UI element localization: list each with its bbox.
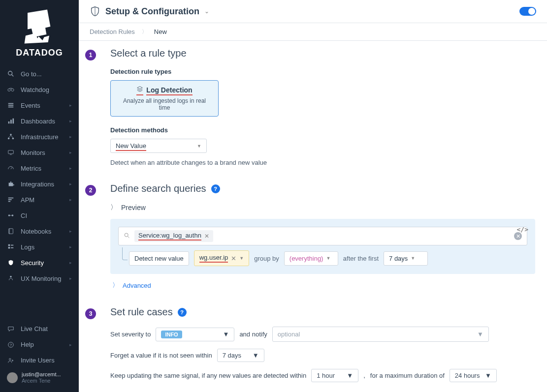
help-icon[interactable]: ? <box>211 184 220 193</box>
monitor-icon <box>7 149 15 156</box>
nav-security[interactable]: Security▸ <box>0 255 79 271</box>
nav-invite-users[interactable]: Invite Users <box>0 353 79 368</box>
chevron-down-icon: ▼ <box>223 331 229 338</box>
nav-watchdog[interactable]: Watchdog <box>0 82 79 97</box>
preview-toggle[interactable]: 〉 Preview <box>110 203 535 212</box>
invite-icon <box>7 357 15 364</box>
page-title: Setup & Configuration <box>105 6 199 17</box>
remove-tag-icon[interactable]: ✕ <box>204 233 209 240</box>
nav-ci[interactable]: CI <box>0 208 79 223</box>
chevron-right-icon: ▸ <box>69 166 72 171</box>
logo-area: DATADOG <box>0 0 79 66</box>
nav-live-chat[interactable]: Live Chat <box>0 321 79 337</box>
query-row: Detect new value wg.user.ip ✕ ▼ group by… <box>118 250 527 266</box>
breadcrumb: Detection Rules 〉 New <box>79 23 547 41</box>
user-org: Arcem Tene <box>22 378 61 384</box>
keep-value: 1 hour <box>317 372 343 379</box>
nav-notebooks[interactable]: Notebooks▸ <box>0 223 79 239</box>
svg-rect-25 <box>8 247 10 249</box>
preview-label: Preview <box>121 204 146 211</box>
chevron-down-icon: ▼ <box>347 372 353 379</box>
advanced-toggle[interactable]: 〉 Advanced <box>112 281 535 290</box>
svg-point-2 <box>8 89 10 91</box>
nav-ux-monitoring[interactable]: UX Monitoring▸ <box>0 271 79 286</box>
sidebar: DATADOG Go to... Watchdog Events▸ Dashbo… <box>0 0 79 392</box>
keep-label: Keep updating the same signal, if any ne… <box>110 372 306 379</box>
step-3-title: Set rule cases <box>110 306 173 318</box>
svg-point-19 <box>8 214 10 216</box>
close-icon[interactable]: ✕ <box>231 255 236 262</box>
detection-method-select[interactable]: New Value ▼ <box>110 139 207 153</box>
nav-goto[interactable]: Go to... <box>0 66 79 82</box>
nav-monitors[interactable]: Monitors▸ <box>0 145 79 160</box>
chevron-right-icon: ▸ <box>69 134 72 139</box>
step-1-title: Select a rule type <box>110 48 535 59</box>
svg-point-31 <box>9 358 11 360</box>
chevron-down-icon[interactable]: ⌄ <box>204 8 209 15</box>
groupby-select[interactable]: (everything) ▼ <box>284 251 338 266</box>
nav-dashboards[interactable]: Dashboards▸ <box>0 113 79 129</box>
svg-rect-6 <box>8 107 14 108</box>
code-toggle-button[interactable]: </> <box>517 226 528 233</box>
notify-select[interactable]: optional ▼ <box>272 327 489 342</box>
svg-line-33 <box>128 236 129 238</box>
breadcrumb-current: New <box>154 28 167 35</box>
search-tag[interactable]: Service:wg_log_authn ✕ <box>134 230 213 242</box>
shield-icon <box>90 6 100 17</box>
step-3: 3 Set rule cases ? Set severity to INFO … <box>82 300 535 392</box>
after-label: after the first <box>343 255 379 262</box>
after-value: 7 days <box>389 255 408 262</box>
clear-search-icon[interactable]: ✕ <box>514 232 522 240</box>
svg-rect-9 <box>13 119 14 124</box>
rule-card-title: Log Detection <box>146 86 192 95</box>
nav-logs[interactable]: Logs▸ <box>0 239 79 255</box>
apm-icon <box>7 196 15 204</box>
layers-icon <box>136 86 143 95</box>
enable-toggle[interactable] <box>519 7 536 16</box>
svg-line-1 <box>12 75 14 77</box>
chevron-down-icon: ▼ <box>197 144 201 149</box>
after-select[interactable]: 7 days ▼ <box>384 251 428 266</box>
max-select[interactable]: 24 hours ▼ <box>450 369 497 382</box>
breadcrumb-parent[interactable]: Detection Rules <box>90 28 135 35</box>
step-3-badge: 3 <box>85 308 96 319</box>
query-box: </> Service:wg_log_authn ✕ ✕ Detect new … <box>110 219 535 274</box>
svg-rect-16 <box>8 198 14 199</box>
severity-select[interactable]: INFO ▼ <box>156 328 234 341</box>
groupby-label: group by <box>254 255 279 262</box>
chevron-right-icon: ▸ <box>69 103 72 108</box>
detect-value-select[interactable]: wg.user.ip ✕ ▼ <box>194 250 249 266</box>
severity-badge: INFO <box>161 331 182 338</box>
user-row[interactable]: justin@arcemt... Arcem Tene <box>0 368 79 387</box>
chevron-down-icon: ▼ <box>485 372 491 379</box>
svg-rect-8 <box>10 120 12 123</box>
nav-infrastructure[interactable]: Infrastructure▸ <box>0 129 79 145</box>
search-icon <box>124 232 130 241</box>
severity-label: Set severity to <box>110 331 151 338</box>
chevron-right-icon: ▸ <box>69 276 72 281</box>
max-label: for a maximum duration of <box>370 372 445 379</box>
rule-types-label: Detection rule types <box>110 68 535 75</box>
rule-type-log-detection[interactable]: Log Detection Analyze all ingested logs … <box>110 80 219 117</box>
chevron-down-icon: ▼ <box>477 331 483 338</box>
help-icon[interactable]: ? <box>178 308 187 317</box>
svg-rect-13 <box>8 151 14 154</box>
avatar <box>7 372 18 383</box>
header: Setup & Configuration ⌄ <box>79 0 547 23</box>
nav-help[interactable]: ?Help▸ <box>0 337 79 353</box>
svg-rect-5 <box>8 105 14 106</box>
chevron-right-icon: ▸ <box>69 342 72 347</box>
keep-select[interactable]: 1 hour ▼ <box>311 369 358 382</box>
nav-integrations[interactable]: Integrations▸ <box>0 176 79 192</box>
network-icon <box>7 133 15 141</box>
search-input[interactable]: Service:wg_log_authn ✕ ✕ <box>118 227 527 245</box>
search-icon <box>7 70 15 78</box>
detection-method-help: Detect when an attribute changes to a br… <box>110 159 535 166</box>
step-1: 1 Select a rule type Detection rule type… <box>82 41 535 176</box>
brand-name: DATADOG <box>0 48 79 58</box>
svg-point-20 <box>12 214 14 216</box>
nav-events[interactable]: Events▸ <box>0 97 79 113</box>
forget-select[interactable]: 7 days ▼ <box>217 349 264 362</box>
nav-apm[interactable]: APM▸ <box>0 192 79 208</box>
nav-metrics[interactable]: Metrics▸ <box>0 160 79 176</box>
